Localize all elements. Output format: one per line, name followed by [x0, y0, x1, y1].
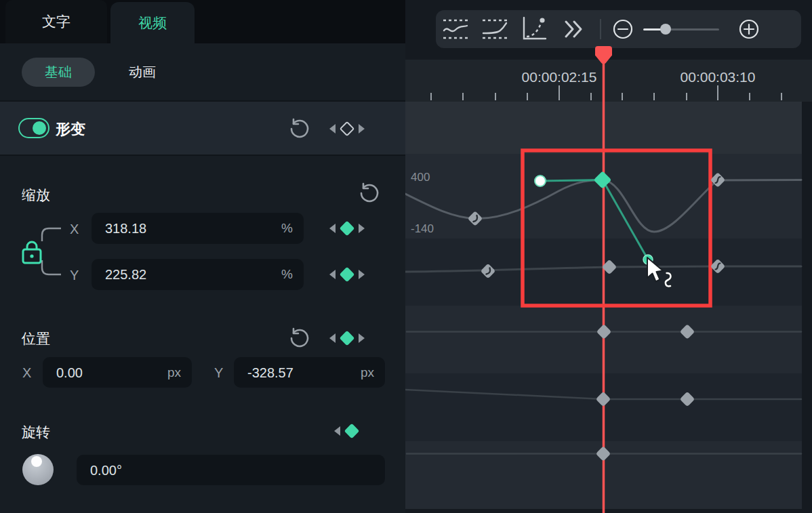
- position-keyframe-nav: [329, 333, 365, 344]
- properties-panel: 文字 视频 基础 动画 形变 缩放: [0, 0, 405, 513]
- keyframe-diamond-icon[interactable]: [344, 424, 360, 439]
- rotation-dial-knob: [31, 456, 42, 467]
- transform-toggle[interactable]: [18, 118, 49, 138]
- selected-segment-h: [540, 180, 603, 182]
- scale-y-input[interactable]: 225.82 %: [92, 259, 304, 290]
- scale-x-input[interactable]: 318.18 %: [92, 213, 304, 244]
- scale-x-keyframe-nav: [329, 223, 365, 234]
- transform-keyframe-nav: [329, 123, 365, 134]
- position-y-unit: px: [361, 365, 374, 380]
- rotation-label: 旋转: [22, 423, 50, 442]
- next-keyframe-icon[interactable]: [359, 333, 365, 343]
- curve-value-label: 400: [411, 171, 430, 184]
- rotation-dial[interactable]: [22, 454, 54, 485]
- tab-video[interactable]: 视频: [110, 2, 195, 43]
- reset-icon: [287, 327, 310, 350]
- next-keyframe-icon[interactable]: [359, 124, 365, 134]
- position-x-input[interactable]: 0.00 px: [43, 357, 192, 388]
- scale-x-value: 318.18: [105, 221, 146, 237]
- transform-section-header: 形变: [0, 100, 405, 156]
- position-x-unit: px: [167, 365, 181, 380]
- subtab-basic[interactable]: 基础: [22, 58, 95, 87]
- position-y-axis-label: Y: [214, 365, 223, 381]
- timestamp-label: 00:00:03:10: [681, 69, 756, 85]
- scale-lock-icon[interactable]: [20, 240, 43, 264]
- app-window: 文字 视频 基础 动画 形变 缩放: [0, 0, 812, 513]
- scale-x-unit: %: [281, 221, 293, 236]
- position-y-input[interactable]: -328.57 px: [234, 357, 385, 388]
- prev-keyframe-icon[interactable]: [329, 224, 336, 233]
- scale-label: 缩放: [22, 186, 50, 205]
- subtab-row: 基础 动画: [0, 43, 405, 100]
- keyframe-diamond-icon[interactable]: [340, 331, 355, 346]
- toggle-knob: [33, 121, 46, 135]
- reset-transform-button[interactable]: [287, 117, 310, 140]
- position-x-value: 0.00: [56, 365, 83, 380]
- next-keyframe-icon[interactable]: [359, 270, 365, 279]
- position-label: 位置: [22, 329, 50, 348]
- reset-icon: [357, 182, 380, 205]
- transform-label: 形变: [56, 102, 85, 157]
- prev-keyframe-icon[interactable]: [329, 124, 336, 134]
- reset-scale-button[interactable]: [357, 182, 380, 205]
- prev-keyframe-icon[interactable]: [334, 426, 340, 436]
- position-y-value: -328.57: [247, 365, 293, 380]
- keyframe-diamond-icon[interactable]: [340, 221, 355, 237]
- scale-y-value: 225.82: [105, 267, 146, 283]
- curve-value-label: -140: [411, 222, 434, 235]
- subtab-animation[interactable]: 动画: [108, 58, 176, 87]
- keyframe-circle[interactable]: [535, 176, 546, 186]
- scale-x-axis-label: X: [70, 222, 79, 237]
- reset-position-button[interactable]: [287, 327, 310, 350]
- rotation-value: 0.00°: [90, 462, 122, 478]
- scale-y-axis-label: Y: [70, 268, 79, 283]
- timestamp-label: 00:00:02:15: [522, 69, 597, 85]
- tab-text[interactable]: 文字: [5, 0, 107, 43]
- keyframe-diamond-icon[interactable]: [340, 267, 355, 283]
- scale-y-keyframe-nav: [329, 269, 365, 280]
- next-keyframe-icon[interactable]: [359, 224, 365, 233]
- reset-icon: [287, 117, 310, 140]
- prev-keyframe-icon[interactable]: [329, 270, 336, 279]
- add-keyframe-diamond-icon[interactable]: [340, 121, 355, 137]
- prev-keyframe-icon[interactable]: [329, 333, 336, 343]
- scale-y-unit: %: [281, 267, 293, 282]
- curve-editor-canvas[interactable]: 00:00:02:1500:00:03:10400-140: [405, 0, 812, 513]
- panel-tab-bar: 文字 视频: [0, 0, 405, 43]
- rotation-keyframe-nav: [334, 426, 357, 436]
- position-x-axis-label: X: [22, 365, 31, 381]
- rotation-input[interactable]: 0.00°: [77, 455, 385, 485]
- keyframe-curve-editor: 00:00:02:1500:00:03:10400-140: [405, 0, 812, 513]
